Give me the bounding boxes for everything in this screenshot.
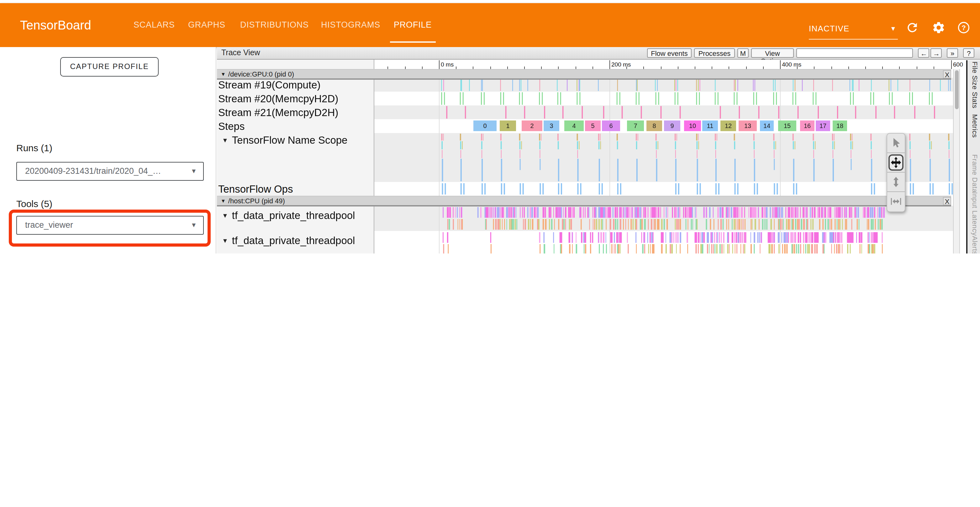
- zoom-tool-button[interactable]: [887, 172, 905, 192]
- app-header: TensorBoard SCALARSGRAPHSDISTRIBUTIONSHI…: [0, 3, 980, 47]
- step-chip[interactable]: 8: [646, 121, 662, 131]
- ruler-minor-tick: [524, 67, 525, 69]
- tab-distributions[interactable]: DISTRIBUTIONS: [240, 3, 309, 47]
- ruler-minor-tick: [507, 67, 508, 69]
- status-dropdown[interactable]: INACTIVE ▼: [809, 21, 898, 40]
- step-chip[interactable]: 12: [721, 121, 736, 131]
- ruler-minor-tick: [831, 67, 832, 69]
- ruler-minor-tick: [695, 67, 695, 69]
- step-chip[interactable]: 18: [833, 121, 847, 131]
- ruler-major-tick: [439, 60, 439, 69]
- gpu-row-label: Stream #21(MemcpyD2H): [218, 105, 338, 119]
- tab-histograms[interactable]: HISTOGRAMS: [321, 3, 380, 47]
- ruler-minor-tick: [712, 67, 712, 69]
- ruler-minor-tick: [763, 67, 764, 69]
- select-tool-button[interactable]: [887, 134, 905, 153]
- tab-scalars[interactable]: SCALARS: [134, 3, 175, 47]
- tab-profile[interactable]: PROFILE: [394, 3, 432, 47]
- ruler-minor-tick: [814, 67, 815, 69]
- step-chip[interactable]: 6: [602, 121, 620, 131]
- collapse-triangle-icon[interactable]: ▼: [221, 72, 226, 77]
- timing-tool-button[interactable]: [887, 192, 905, 212]
- ruler-minor-tick: [660, 67, 661, 69]
- step-chip[interactable]: 5: [585, 121, 601, 131]
- step-chip[interactable]: 17: [816, 121, 830, 131]
- nav-back-button[interactable]: ←: [918, 48, 929, 58]
- ruler-minor-tick: [899, 67, 900, 69]
- ruler-label: 600: [953, 61, 963, 68]
- ruler-major-tick: [951, 60, 952, 69]
- refresh-icon[interactable]: [905, 21, 919, 35]
- trace-marks-canvas[interactable]: [374, 69, 953, 254]
- cpu-row-label: ▼tf_data_private_threadpool: [218, 253, 355, 254]
- ruler-major-tick: [609, 60, 610, 69]
- side-tab-metrics[interactable]: Metrics: [969, 114, 979, 140]
- step-chip[interactable]: 1: [500, 121, 516, 131]
- app-logo: TensorBoard: [20, 3, 91, 47]
- side-tab-frame-data[interactable]: Frame Data: [969, 155, 979, 185]
- cpu-close-button[interactable]: X: [943, 197, 951, 205]
- trace-toolbar: Trace View Flow eventsProcessesMView Opt…: [217, 47, 980, 60]
- toolbar-button-flow-events[interactable]: Flow events: [647, 48, 692, 58]
- step-chip[interactable]: 4: [564, 121, 584, 131]
- scrollbar-thumb[interactable]: [955, 70, 958, 109]
- cpu-row-label: ▼tf_data_private_threadpool: [218, 228, 355, 254]
- nav-more-button[interactable]: »: [947, 48, 958, 58]
- toolbar-button-m[interactable]: M: [737, 48, 749, 58]
- settings-gear-icon[interactable]: [932, 21, 945, 35]
- step-chip[interactable]: 13: [738, 121, 757, 131]
- timeline-ruler: 0 ms200 ms400 ms600: [374, 60, 966, 69]
- step-chip[interactable]: 0: [473, 121, 496, 131]
- gpu-section-header[interactable]: ▼/device:GPU:0 (pid 0)X: [217, 69, 951, 80]
- ruler-minor-tick: [848, 67, 849, 69]
- step-chip[interactable]: 16: [800, 121, 815, 131]
- gpu-close-button[interactable]: X: [943, 70, 951, 78]
- collapse-triangle-icon[interactable]: ▼: [222, 237, 228, 244]
- step-chip[interactable]: 7: [627, 121, 644, 131]
- ruler-minor-tick: [388, 67, 388, 69]
- ruler-minor-tick: [644, 67, 644, 69]
- ruler-minor-tick: [405, 67, 406, 69]
- collapse-triangle-icon[interactable]: ▼: [222, 137, 228, 144]
- pan-tool-button[interactable]: [887, 153, 905, 172]
- side-tab-input-latency[interactable]: Input Latency: [969, 192, 979, 228]
- gpu-row-label: ▼TensorFlow Name Scope: [218, 133, 347, 149]
- side-tab-file-size-stats[interactable]: File Size Stats: [969, 62, 979, 105]
- help-icon[interactable]: ?: [957, 21, 970, 35]
- runs-select[interactable]: 20200409-231431/train/2020_04_… ▼: [16, 162, 204, 181]
- capture-profile-button[interactable]: CAPTURE PROFILE: [60, 57, 159, 77]
- step-chip[interactable]: 3: [544, 121, 559, 131]
- ruler-minor-tick: [456, 67, 457, 69]
- trace-track-area[interactable]: 0 ms200 ms400 ms600 ▼/device:GPU:0 (pid …: [217, 60, 980, 254]
- step-chip[interactable]: 11: [702, 121, 718, 131]
- toolbar-button-view-options[interactable]: View Options: [751, 48, 794, 58]
- gpu-row-label: Stream #20(MemcpyH2D): [218, 92, 338, 105]
- chevron-down-icon: ▼: [191, 163, 197, 179]
- side-tab-alerts[interactable]: Alerts: [969, 236, 979, 254]
- tool-palette: [886, 133, 905, 212]
- ruler-minor-tick: [592, 67, 593, 69]
- tools-select-value: trace_viewer: [25, 217, 186, 233]
- nav-forward-button[interactable]: →: [931, 48, 942, 58]
- sidebar: CAPTURE PROFILE Runs (1) 20200409-231431…: [0, 47, 216, 254]
- vertical-scrollbar[interactable]: [953, 69, 960, 254]
- step-chip[interactable]: 9: [664, 121, 680, 131]
- step-chip[interactable]: 14: [760, 121, 774, 131]
- ruler-label: 200 ms: [611, 61, 631, 68]
- tab-graphs[interactable]: GRAPHS: [188, 3, 225, 47]
- step-chip[interactable]: 10: [684, 121, 701, 131]
- ruler-minor-tick: [865, 67, 866, 69]
- ruler-minor-tick: [729, 67, 730, 69]
- toolbar-button-processes[interactable]: Processes: [694, 48, 735, 58]
- trace-search-input[interactable]: [796, 48, 913, 58]
- gpu-row-label: TensorFlow Ops: [218, 182, 293, 196]
- help-button[interactable]: ?: [963, 48, 974, 58]
- ruler-minor-tick: [746, 67, 746, 69]
- step-chip[interactable]: 2: [522, 121, 542, 131]
- tools-label: Tools (5): [16, 198, 52, 209]
- tools-select[interactable]: trace_viewer ▼: [16, 216, 204, 235]
- cpu-row-label: ▼tf_data_private_threadpool: [218, 202, 355, 230]
- step-chip[interactable]: 15: [778, 121, 796, 131]
- trace-view-title: Trace View: [221, 47, 260, 59]
- collapse-triangle-icon[interactable]: ▼: [222, 212, 228, 219]
